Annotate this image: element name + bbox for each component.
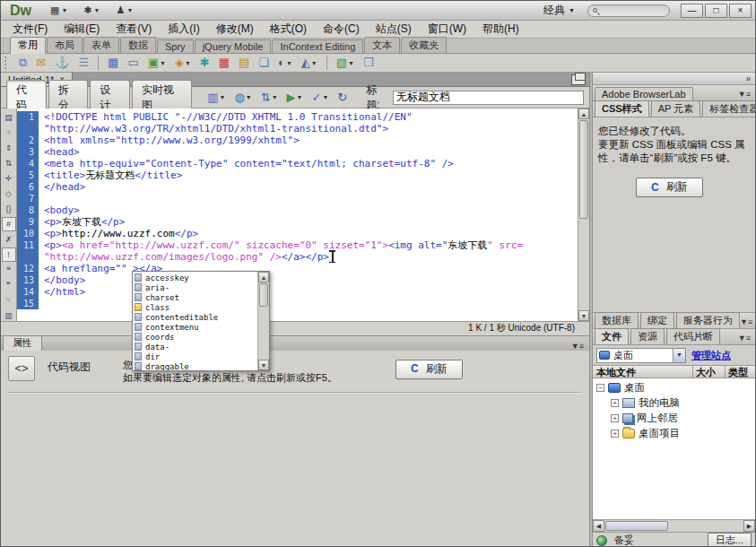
maximize-button[interactable]: □	[705, 4, 727, 18]
code-view-icon[interactable]: <>	[8, 356, 35, 381]
tree-expander[interactable]: −	[596, 384, 604, 392]
code-hint-item[interactable]: contenteditable	[133, 312, 257, 322]
preview-browser-button[interactable]: ◍▼	[230, 91, 255, 104]
scrollbar-thumb[interactable]	[259, 283, 268, 307]
code-hint-item[interactable]: class	[133, 302, 257, 312]
menu-item[interactable]: 插入(I)	[160, 20, 207, 39]
column-local-files[interactable]: 本地文件	[593, 366, 693, 378]
apply-comment-icon[interactable]: ❝	[2, 263, 16, 277]
menu-item[interactable]: 文件(F)	[4, 20, 56, 39]
code-line[interactable]: 7	[17, 193, 578, 204]
manage-sites-link[interactable]: 管理站点	[691, 349, 731, 362]
column-type[interactable]: 类型	[726, 366, 755, 378]
css-refresh-button[interactable]: C 刷新	[636, 178, 703, 197]
tree-item-网上邻居[interactable]: +网上邻居	[593, 411, 755, 426]
tab-标签检查器[interactable]: 标签检查器	[702, 100, 756, 117]
log-button[interactable]: 日志...	[708, 533, 752, 547]
tab-CSS样式[interactable]: CSS样式	[595, 100, 649, 117]
horizontal-scrollbar[interactable]: ◀ ▶	[593, 519, 755, 532]
named-anchor-button[interactable]: ⚓	[51, 56, 73, 70]
balance-braces-icon[interactable]: {}	[2, 202, 16, 216]
scroll-down-icon[interactable]: ▼	[578, 310, 589, 321]
tab-代码片断[interactable]: 代码片断	[666, 328, 720, 344]
dock-collapse-bar[interactable]: »	[593, 73, 755, 85]
properties-tab[interactable]: 属性	[3, 335, 42, 351]
scroll-left-icon[interactable]: ◀	[593, 520, 604, 532]
insert-div-button[interactable]: ▭	[124, 56, 142, 70]
code-line[interactable]: 13</body>	[17, 274, 578, 286]
syntax-error-alerts-icon[interactable]: !	[2, 247, 16, 262]
menu-item[interactable]: 帮助(H)	[474, 20, 527, 39]
popup-scrollbar[interactable]: ▲ ▼	[257, 272, 269, 370]
search-input[interactable]	[600, 5, 663, 15]
code-line[interactable]: 14</html>	[17, 286, 578, 298]
minimize-button[interactable]: —	[681, 4, 703, 18]
code-line[interactable]: 8<body>	[17, 204, 578, 216]
tree-expander[interactable]: +	[611, 414, 619, 422]
media-button[interactable]: ◈▼	[171, 56, 195, 70]
insert-tab[interactable]: 文本	[364, 37, 400, 53]
menu-item[interactable]: 修改(M)	[208, 20, 262, 39]
code-line[interactable]: 15	[17, 298, 578, 309]
menu-item[interactable]: 编辑(E)	[56, 20, 108, 39]
comment-button[interactable]: ❏	[255, 56, 273, 70]
line-numbers-icon[interactable]: #	[2, 217, 16, 231]
script-button[interactable]: ◭▼	[298, 56, 321, 70]
extend-dreamweaver-icon[interactable]: ✱▼	[77, 4, 106, 16]
code-line[interactable]: 4<meta http-equiv="Content-Type" content…	[17, 158, 578, 169]
file-management-button[interactable]: ⇅▼	[257, 91, 282, 104]
live-code-button[interactable]: ▶▼	[283, 91, 307, 104]
panel-menu-icon[interactable]: ▼≡	[571, 342, 589, 351]
scrollbar-track[interactable]	[258, 308, 269, 360]
code-hint-item[interactable]: coords	[133, 332, 257, 342]
code-line[interactable]: 1<!DOCTYPE html PUBLIC "-//W3C//DTD XHTM…	[17, 111, 578, 123]
tab-文件[interactable]: 文件	[595, 328, 629, 344]
tree-item-桌面[interactable]: −桌面	[593, 380, 755, 395]
code-line[interactable]: 11<p><a href="http://www.uzzf.com/" sizc…	[17, 239, 578, 251]
panel-menu-icon[interactable]: ▼≡	[738, 90, 755, 100]
scroll-right-icon[interactable]: ▶	[743, 520, 755, 532]
check-page-button[interactable]: ✓▼	[308, 91, 333, 104]
document-title-input[interactable]	[393, 91, 584, 105]
hyperlink-button[interactable]: ⧉	[15, 56, 30, 70]
scrollbar-thumb[interactable]	[579, 120, 588, 219]
highlight-invalid-code-icon[interactable]: ✗	[2, 232, 16, 247]
horizontal-rule-button[interactable]: ☰	[74, 56, 92, 70]
chevron-down-icon[interactable]: ▼	[673, 349, 685, 362]
tree-item-桌面项目[interactable]: +桌面项目	[593, 426, 755, 441]
code-view[interactable]: 1<!DOCTYPE html PUBLIC "-//W3C//DTD XHTM…	[17, 109, 578, 321]
multiscreen-button[interactable]: ▥▼	[204, 91, 229, 104]
scroll-up-icon[interactable]: ▲	[578, 109, 589, 119]
widget-button[interactable]: ✱	[196, 56, 213, 70]
code-line[interactable]: 6</head>	[17, 181, 578, 193]
tree-item-我的电脑[interactable]: +我的电脑	[593, 395, 755, 411]
code-hint-item[interactable]: data-	[133, 342, 257, 352]
open-documents-icon[interactable]: ▤	[2, 110, 16, 125]
email-link-button[interactable]: ✉	[32, 56, 49, 70]
code-hint-item[interactable]: contextmenu	[133, 322, 257, 332]
code-hint-item[interactable]: aria-	[133, 282, 257, 292]
scroll-down-icon[interactable]: ▼	[258, 360, 269, 370]
code-line[interactable]: 9<p>东坡下载</p>	[17, 216, 578, 228]
tab-服务器行为[interactable]: 服务器行为	[676, 312, 740, 328]
insert-tab[interactable]: 表单	[83, 37, 119, 53]
tab-browserlab[interactable]: Adobe BrowserLab	[595, 87, 693, 100]
collapse-to-icons-icon[interactable]: »	[745, 74, 751, 83]
layout-switcher-icon[interactable]: ▦▼	[44, 4, 74, 16]
code-line[interactable]: 5<title>无标题文档</title>	[17, 169, 578, 181]
menu-item[interactable]: 窗口(W)	[420, 20, 474, 39]
code-line[interactable]: "http://www.w3.org/TR/xhtml1/DTD/xhtml1-…	[17, 123, 578, 135]
tab-AP 元素[interactable]: AP 元素	[651, 100, 701, 117]
images-button[interactable]: ▣▼	[144, 56, 169, 70]
insert-tab[interactable]: 布局	[47, 37, 83, 53]
select-parent-tag-icon[interactable]: ◇	[2, 187, 16, 201]
panel-menu-icon[interactable]: ▼≡	[738, 334, 755, 344]
cascade-windows-icon[interactable]	[571, 74, 586, 85]
server-include-button[interactable]: ▤	[235, 56, 253, 70]
tag-chooser-button[interactable]: ❒	[360, 56, 378, 70]
insert-tab[interactable]: 常用	[10, 37, 46, 54]
tab-资源[interactable]: 资源	[630, 328, 665, 344]
code-line[interactable]: 3<head>	[17, 146, 578, 158]
scrollbar-thumb[interactable]	[605, 521, 668, 531]
site-select[interactable]: 桌面 ▼	[596, 348, 686, 363]
